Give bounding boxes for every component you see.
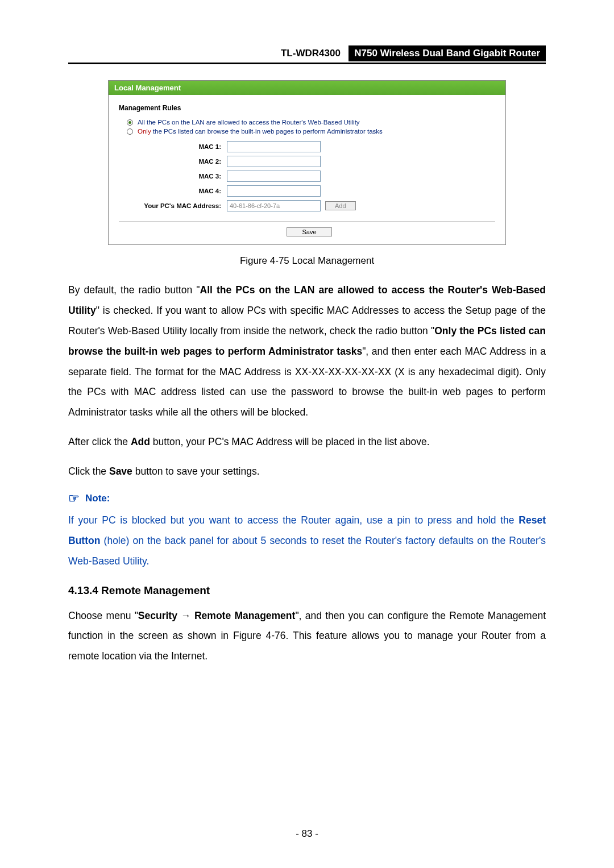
radio-all-pcs[interactable]: All the PCs on the LAN are allowed to ac… xyxy=(119,118,495,127)
section-heading-remote-management: 4.13.4 Remote Management xyxy=(68,584,546,597)
paragraph-default-radio: By default, the radio button "All the PC… xyxy=(68,280,546,423)
management-rules-heading: Management Rules xyxy=(119,104,495,112)
device-name: N750 Wireless Dual Band Gigabit Router xyxy=(349,45,546,61)
hand-point-icon: ☞ xyxy=(68,491,80,506)
router-ui-screenshot: Local Management Management Rules All th… xyxy=(108,80,506,245)
your-pc-mac-input xyxy=(227,200,321,211)
radio-only-listed[interactable]: Only the PCs listed can browse the built… xyxy=(119,127,495,136)
your-pc-mac-label: Your PC's MAC Address: xyxy=(119,202,227,209)
page-number: - 83 - xyxy=(0,828,614,840)
radio-icon xyxy=(127,119,133,126)
radio-all-label: All the PCs on the LAN are allowed to ac… xyxy=(138,119,360,126)
note-heading: ☞ Note: xyxy=(68,491,546,506)
model-code: TL-WDR4300 xyxy=(281,45,346,61)
paragraph-save: Click the Save button to save your setti… xyxy=(68,462,546,482)
save-button[interactable]: Save xyxy=(287,227,331,236)
mac1-label: MAC 1: xyxy=(119,143,227,150)
mac2-label: MAC 2: xyxy=(119,158,227,165)
add-button[interactable]: Add xyxy=(325,201,356,210)
radio-only-label: Only the PCs listed can browse the built… xyxy=(138,128,383,135)
radio-icon xyxy=(127,128,133,135)
panel-title: Local Management xyxy=(109,81,505,95)
figure-caption: Figure 4-75 Local Management xyxy=(68,255,546,267)
page-header: TL-WDR4300 N750 Wireless Dual Band Gigab… xyxy=(68,45,546,64)
mac2-input[interactable] xyxy=(227,156,321,167)
paragraph-remote-management: Choose menu "Security → Remote Managemen… xyxy=(68,606,546,667)
note-body: If your PC is blocked but you want to ac… xyxy=(68,510,546,572)
mac3-label: MAC 3: xyxy=(119,173,227,180)
paragraph-add: After click the Add button, your PC's MA… xyxy=(68,432,546,452)
mac4-label: MAC 4: xyxy=(119,188,227,194)
mac3-input[interactable] xyxy=(227,171,321,182)
mac4-input[interactable] xyxy=(227,185,321,197)
mac1-input[interactable] xyxy=(227,141,321,152)
